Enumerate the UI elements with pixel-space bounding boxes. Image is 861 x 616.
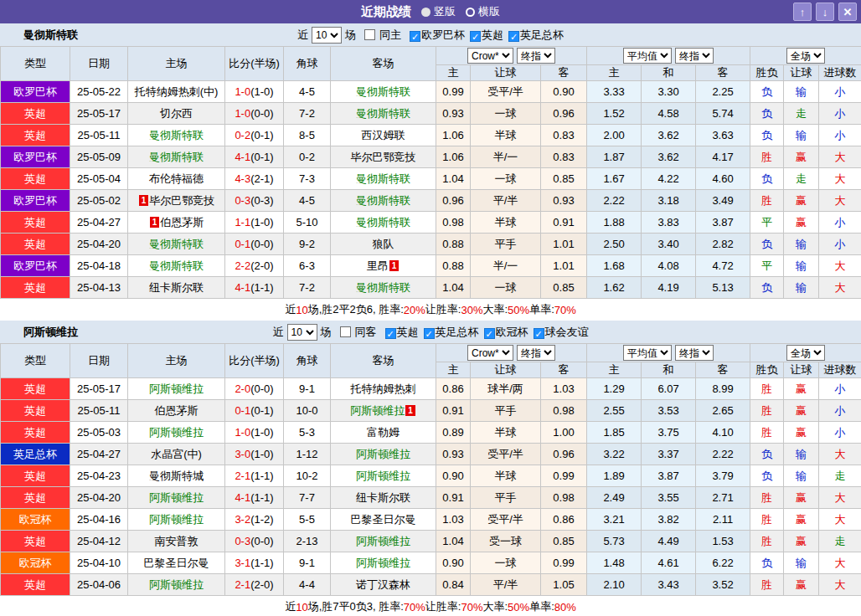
score-cell: 3-0(1-0)	[225, 444, 284, 465]
handicap-line: 受平/半	[471, 444, 541, 465]
league-checkbox[interactable]: ✓	[534, 328, 544, 339]
same-venue-checkbox[interactable]	[340, 326, 351, 337]
avg-draw-odds: 4.61	[642, 552, 696, 574]
near-label: 近	[297, 28, 308, 43]
team-name: 诺丁汉森林	[356, 578, 410, 591]
same-venue-checkbox[interactable]	[364, 29, 375, 40]
away-team-cell: 托特纳姆热刺	[331, 378, 436, 400]
avg-home-odds: 2.10	[587, 574, 642, 596]
avg-stage-select[interactable]: 终指	[675, 345, 714, 361]
score-cell: 2-2(2-0)	[225, 255, 284, 277]
scroll-down-button[interactable]: ↓	[816, 3, 834, 21]
team-name: 阿斯顿维拉	[149, 491, 204, 504]
score-cell: 1-0(0-0)	[225, 103, 284, 125]
corner-cell: 10-0	[284, 400, 331, 422]
result-scope-select[interactable]: 全场	[786, 345, 825, 361]
score-cell: 4-1(1-1)	[225, 487, 284, 509]
result-goals: 大	[819, 255, 861, 277]
team-name: 阿斯顿维拉	[356, 535, 410, 547]
score-cell: 3-1(1-1)	[225, 552, 284, 574]
avg-stage-select[interactable]: 终指	[675, 48, 714, 64]
handicap-line: 一球	[471, 168, 541, 190]
same-venue-label: 同客	[355, 325, 377, 340]
radio-horizontal-label[interactable]: 横版	[478, 4, 500, 19]
scroll-up-button[interactable]: ↑	[793, 3, 812, 21]
score-cell: 0-1(0-1)	[225, 400, 284, 422]
corner-cell: 2-13	[284, 531, 331, 552]
corner-cell: 5-10	[284, 212, 331, 234]
match-row: 英超25-05-03阿斯顿维拉1-0(1-0)5-3富勒姆0.89半球1.001…	[1, 422, 861, 444]
games-count-select[interactable]: 10	[287, 324, 317, 341]
result-goals: 走	[819, 465, 861, 487]
corner-cell: 7-7	[284, 487, 331, 509]
col-goals: 进球数	[819, 65, 861, 81]
result-goals: 小	[819, 400, 861, 422]
avg-away-odds: 2.25	[696, 81, 750, 103]
result-winlose: 负	[750, 81, 784, 103]
team-name: 南安普敦	[155, 535, 198, 547]
result-winlose: 负	[750, 234, 784, 255]
games-count-select[interactable]: 10	[312, 27, 342, 44]
red-card-badge: 1	[405, 405, 415, 416]
result-goals: 大	[819, 509, 861, 531]
league-checkbox[interactable]: ✓	[410, 31, 420, 42]
league-checkbox-label: 英足总杯	[520, 28, 564, 41]
league-checkbox[interactable]: ✓	[424, 328, 435, 339]
result-goals: 大	[819, 444, 861, 465]
close-button[interactable]: ✕	[838, 3, 857, 21]
corner-cell: 5-3	[284, 422, 331, 444]
radio-horizontal-layout[interactable]	[466, 8, 475, 17]
fulltime-score: 0-3	[235, 535, 250, 547]
date-cell: 25-05-02	[70, 190, 128, 212]
fulltime-score: 4-1	[235, 281, 250, 294]
match-row: 英超25-04-23曼彻斯特城2-1(1-1)10-2阿斯顿维拉0.90半球0.…	[1, 465, 861, 487]
result-handicap: 赢	[784, 146, 819, 168]
handicap-odds-away: 0.86	[541, 509, 587, 531]
league-checkbox[interactable]: ✓	[385, 328, 396, 339]
avg-away-odds: 2.71	[696, 487, 750, 509]
odds-stage-select[interactable]: 终指	[517, 345, 555, 361]
halftime-score: (2-0)	[250, 578, 273, 591]
result-winlose: 胜	[750, 574, 784, 596]
handicap-odds-home: 1.04	[436, 168, 471, 190]
team-name: 阿斯顿维拉	[356, 448, 410, 460]
result-handicap: 赢	[784, 487, 819, 509]
odds-company-select[interactable]: Crow*	[467, 345, 513, 361]
result-handicap: 输	[784, 255, 819, 277]
league-checkbox[interactable]: ✓	[508, 31, 519, 42]
corner-cell: 4-5	[284, 81, 331, 103]
result-goals: 小	[819, 212, 861, 234]
date-cell: 25-04-13	[70, 277, 128, 299]
team-name: 曼彻斯特联	[149, 259, 204, 272]
odds-stage-select[interactable]: 终指	[517, 48, 555, 64]
result-scope-select[interactable]: 全场	[786, 48, 825, 64]
handicap-line: 受平/半	[471, 81, 541, 103]
handicap-odds-away: 1.00	[541, 422, 587, 444]
col-home: 主场	[128, 47, 225, 81]
halftime-score: (2-0)	[250, 259, 273, 272]
league-checkbox[interactable]: ✓	[470, 31, 481, 42]
home-team-cell: 南安普敦	[128, 531, 225, 552]
away-team-cell: 阿斯顿维拉	[331, 444, 436, 465]
result-goals: 大	[819, 552, 861, 574]
home-team-cell: 曼彻斯特联	[128, 125, 225, 146]
radio-vertical-label[interactable]: 竖版	[434, 4, 456, 19]
away-team-cell: 狼队	[331, 234, 436, 255]
team-name: 曼彻斯特城	[149, 470, 204, 482]
col-home: 主场	[128, 344, 225, 378]
match-row: 欧罗巴杯25-05-021毕尔巴鄂竞技0-3(0-3)4-5曼彻斯特联0.96平…	[1, 190, 861, 212]
result-scope-header: 全场	[750, 47, 861, 65]
fulltime-score: 4-1	[235, 151, 250, 163]
odds-company-select[interactable]: Crow*	[467, 48, 513, 64]
corner-cell: 1-12	[284, 444, 331, 465]
radio-vertical-layout[interactable]	[421, 8, 430, 17]
date-cell: 25-04-12	[70, 531, 128, 552]
summary-text: 70%	[404, 601, 425, 613]
col-avg-home: 主	[587, 65, 642, 81]
league-checkbox[interactable]: ✓	[484, 328, 495, 339]
match-row: 欧罗巴杯25-05-09曼彻斯特联4-1(0-1)0-2毕尔巴鄂竞技1.06半/…	[1, 146, 861, 168]
games-label: 场	[345, 28, 356, 43]
col-odds-away: 客	[541, 362, 587, 378]
avg-company-select[interactable]: 平均值	[623, 48, 672, 64]
avg-company-select[interactable]: 平均值	[623, 345, 672, 361]
